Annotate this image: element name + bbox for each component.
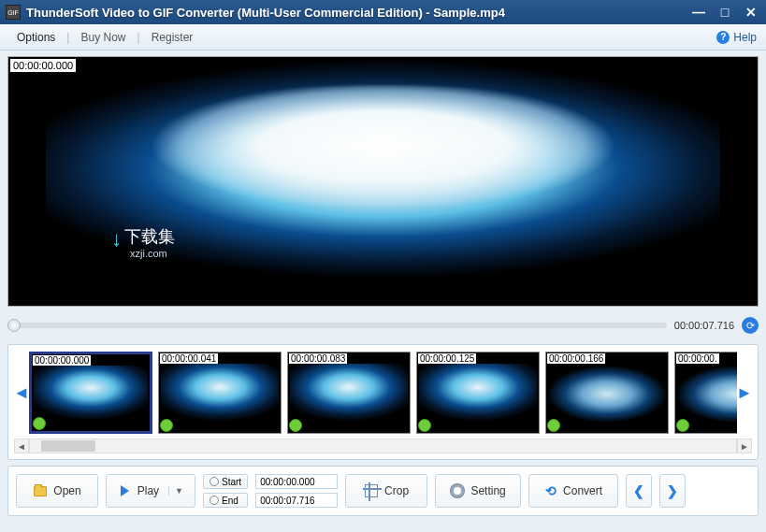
thumbnail-marker-icon — [676, 419, 689, 432]
crop-label: Crop — [384, 484, 409, 497]
menu-separator: | — [66, 31, 69, 44]
watermark: ↓ 下载集 xzji.com — [111, 223, 175, 259]
start-label: Start — [222, 477, 241, 487]
prev-frame-button[interactable]: ❮ — [626, 474, 652, 508]
crop-button[interactable]: Crop — [345, 474, 427, 508]
scroll-right-arrow[interactable]: ► — [737, 439, 752, 453]
thumbnail-marker-icon — [160, 419, 173, 432]
thumbnail-timestamp: 00:00:00.041 — [160, 353, 218, 364]
download-arrow-icon: ↓ — [111, 227, 122, 252]
frame-thumbnail[interactable]: 00:00:00.041 — [158, 352, 282, 434]
help-icon: ? — [716, 31, 730, 44]
play-button[interactable]: Play ▼ — [106, 474, 195, 508]
menu-separator: | — [137, 31, 140, 44]
minimize-button[interactable]: — — [689, 4, 708, 21]
thumbnail-image — [548, 364, 666, 431]
open-button[interactable]: Open — [16, 474, 98, 508]
refresh-button[interactable]: ⟳ — [742, 317, 759, 334]
gear-icon — [450, 483, 465, 498]
thumbnails-next[interactable]: ► — [737, 351, 752, 435]
frame-thumbnail[interactable]: 00:00:00.166 — [545, 352, 669, 434]
setting-button[interactable]: Setting — [435, 474, 521, 508]
app-icon: GIF — [6, 5, 21, 20]
frame-thumbnail[interactable]: 00:00:00.083 — [287, 352, 411, 434]
video-preview[interactable]: ↓ 下载集 xzji.com 00:00:00.000 — [7, 56, 759, 307]
thumbnail-timestamp: 00:00:00.125 — [418, 353, 476, 364]
menubar: Options | Buy Now | Register ? Help — [0, 24, 766, 50]
frame-thumbnail[interactable]: 00:00:00. — [674, 352, 737, 434]
titlebar: GIF ThunderSoft Video to GIF Converter (… — [0, 0, 766, 24]
thumbnail-image — [161, 364, 279, 431]
action-panel: Open Play ▼ Start End — [7, 466, 759, 516]
set-end-button[interactable]: End — [203, 493, 248, 508]
thumbnail-marker-icon — [418, 419, 431, 432]
set-start-button[interactable]: Start — [203, 474, 248, 489]
scroll-left-arrow[interactable]: ◄ — [14, 439, 29, 453]
preview-timestamp: 00:00:00.000 — [10, 59, 76, 72]
seek-thumb[interactable] — [7, 319, 21, 332]
chevron-left-icon: ❮ — [633, 483, 644, 498]
watermark-url: xzji.com — [130, 248, 175, 259]
menu-register[interactable]: Register — [144, 27, 201, 48]
convert-button[interactable]: ⟲ Convert — [528, 474, 618, 508]
chevron-right-icon: ❯ — [667, 483, 678, 498]
thumbnail-image — [290, 364, 408, 431]
open-label: Open — [53, 484, 80, 497]
setting-label: Setting — [470, 484, 505, 497]
menu-buy-now[interactable]: Buy Now — [73, 27, 133, 48]
frame-thumbnails-panel: ◄ 00:00:00.00000:00:00.04100:00:00.08300… — [7, 344, 759, 460]
thumbnail-image — [419, 364, 537, 431]
next-frame-button[interactable]: ❯ — [659, 474, 686, 508]
crop-icon — [364, 483, 379, 498]
thumbnail-timestamp: 00:00:00.000 — [33, 355, 91, 366]
folder-icon — [33, 483, 48, 498]
help-label: Help — [733, 31, 757, 44]
scrollbar-track[interactable] — [29, 439, 737, 453]
preview-frame: ↓ 下载集 xzji.com — [46, 57, 720, 306]
end-label: End — [222, 496, 238, 506]
watermark-text-cn: 下载集 — [124, 227, 175, 246]
seek-slider[interactable] — [7, 323, 667, 328]
convert-icon: ⟲ — [544, 484, 557, 497]
thumbnail-timestamp: 00:00:00.166 — [547, 353, 605, 364]
convert-label: Convert — [563, 484, 602, 497]
thumbnails-container: 00:00:00.00000:00:00.04100:00:00.08300:0… — [29, 352, 737, 434]
help-button[interactable]: ? Help — [716, 31, 757, 44]
frame-thumbnail[interactable]: 00:00:00.125 — [416, 352, 540, 434]
start-time-field[interactable]: 00:00:00.000 — [255, 474, 338, 489]
clock-icon — [210, 477, 219, 486]
thumbnail-image — [34, 366, 148, 429]
thumbnail-timestamp: 00:00:00.083 — [289, 353, 347, 364]
timeline: 00:00:07.716 ⟳ — [7, 312, 759, 338]
maximize-button[interactable]: □ — [715, 4, 734, 21]
play-dropdown-icon[interactable]: ▼ — [168, 486, 183, 496]
close-button[interactable]: ✕ — [742, 4, 760, 21]
play-icon — [118, 483, 132, 498]
thumbnail-timestamp: 00:00:00. — [676, 353, 719, 364]
frame-thumbnail[interactable]: 00:00:00.000 — [29, 352, 152, 434]
play-label: Play — [137, 484, 159, 497]
content-area: ↓ 下载集 xzji.com 00:00:00.000 00:00:07.716… — [0, 50, 766, 532]
thumbnails-prev[interactable]: ◄ — [14, 351, 29, 435]
total-duration: 00:00:07.716 — [674, 320, 734, 331]
thumbnail-marker-icon — [547, 419, 560, 432]
thumbnail-marker-icon — [33, 417, 46, 430]
window-title: ThunderSoft Video to GIF Converter (Mult… — [26, 6, 689, 20]
app-window: GIF ThunderSoft Video to GIF Converter (… — [0, 0, 766, 532]
thumbnail-marker-icon — [289, 419, 302, 432]
end-time-field[interactable]: 00:00:07.716 — [255, 493, 338, 508]
menu-options[interactable]: Options — [9, 27, 63, 48]
scrollbar-thumb[interactable] — [41, 440, 95, 452]
thumbnails-scrollbar: ◄ ► — [14, 439, 752, 453]
clock-icon — [210, 496, 219, 505]
